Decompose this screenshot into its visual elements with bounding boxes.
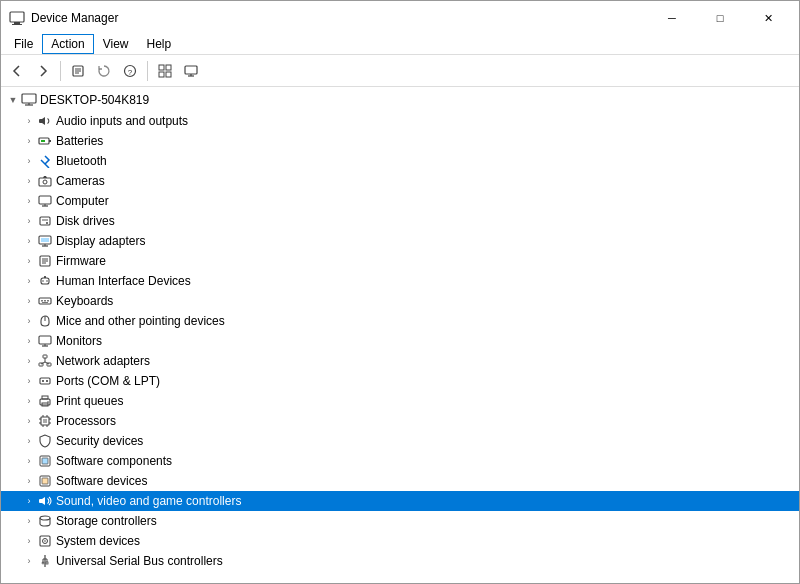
tree-item-softcomp[interactable]: › Software components xyxy=(1,451,799,471)
svg-rect-51 xyxy=(43,355,47,358)
tree-item-sound[interactable]: › Sound, video and game controllers xyxy=(1,491,799,511)
svg-point-63 xyxy=(47,401,49,403)
svg-point-78 xyxy=(40,516,50,520)
display-label: Display adapters xyxy=(56,234,145,248)
svg-rect-44 xyxy=(44,300,46,302)
expand-system[interactable]: › xyxy=(21,533,37,549)
expand-processors[interactable]: › xyxy=(21,413,37,429)
tree-item-usb[interactable]: › Universal Serial Bus controllers xyxy=(1,551,799,571)
audio-label: Audio inputs and outputs xyxy=(56,114,188,128)
tree-item-audio[interactable]: › Audio inputs and outputs xyxy=(1,111,799,131)
refresh-button[interactable] xyxy=(92,59,116,83)
ports-label: Ports (COM & LPT) xyxy=(56,374,160,388)
expand-display[interactable]: › xyxy=(21,233,37,249)
device-manager-window: Device Manager ─ □ ✕ File Action View He… xyxy=(0,0,800,584)
expand-security[interactable]: › xyxy=(21,433,37,449)
tree-item-monitors[interactable]: › Monitors xyxy=(1,331,799,351)
tree-item-mice[interactable]: › Mice and other pointing devices xyxy=(1,311,799,331)
menu-file[interactable]: File xyxy=(5,34,42,54)
svg-rect-9 xyxy=(159,65,164,70)
tree-item-storage[interactable]: › Storage controllers xyxy=(1,511,799,531)
tree-item-network[interactable]: › Network adapters xyxy=(1,351,799,371)
tree-item-softdev[interactable]: › Software devices xyxy=(1,471,799,491)
expand-network[interactable]: › xyxy=(21,353,37,369)
svg-rect-77 xyxy=(42,478,48,484)
expand-softdev[interactable]: › xyxy=(21,473,37,489)
expand-computer[interactable]: › xyxy=(21,193,37,209)
tree-item-hid[interactable]: › Human Interface Devices xyxy=(1,271,799,291)
tree-item-display[interactable]: › Display adapters xyxy=(1,231,799,251)
expand-disk[interactable]: › xyxy=(21,213,37,229)
tree-item-ports[interactable]: › Ports (COM & LPT) xyxy=(1,371,799,391)
menu-view[interactable]: View xyxy=(94,34,138,54)
batteries-label: Batteries xyxy=(56,134,103,148)
tree-item-system[interactable]: › System devices xyxy=(1,531,799,551)
expand-firmware[interactable]: › xyxy=(21,253,37,269)
svg-rect-43 xyxy=(41,300,43,302)
tree-item-security[interactable]: › Security devices xyxy=(1,431,799,451)
toolbar-sep-2 xyxy=(147,61,148,81)
device-tree[interactable]: ▼ DESKTOP-504K819 › Audio inputs and out… xyxy=(1,87,799,583)
system-icon xyxy=(37,533,53,549)
batteries-icon xyxy=(37,133,53,149)
svg-text:?: ? xyxy=(128,68,133,77)
expand-bluetooth[interactable]: › xyxy=(21,153,37,169)
root-item[interactable]: ▼ DESKTOP-504K819 xyxy=(1,89,799,111)
expand-cameras[interactable]: › xyxy=(21,173,37,189)
svg-rect-22 xyxy=(39,178,51,186)
expand-monitors[interactable]: › xyxy=(21,333,37,349)
expand-print[interactable]: › xyxy=(21,393,37,409)
minimize-button[interactable]: ─ xyxy=(649,7,695,29)
svg-rect-2 xyxy=(12,24,22,25)
tree-item-disk[interactable]: › Disk drives xyxy=(1,211,799,231)
tree-item-processors[interactable]: › Processors xyxy=(1,411,799,431)
tree-item-keyboards[interactable]: › Keyboards xyxy=(1,291,799,311)
svg-rect-10 xyxy=(166,65,171,70)
network-icon xyxy=(37,353,53,369)
help-button[interactable]: ? xyxy=(118,59,142,83)
svg-point-29 xyxy=(46,222,48,224)
forward-button[interactable] xyxy=(31,59,55,83)
svg-rect-48 xyxy=(39,336,51,344)
svg-point-39 xyxy=(42,280,44,282)
svg-rect-65 xyxy=(43,419,47,423)
monitors-icon xyxy=(37,333,53,349)
svg-rect-33 xyxy=(41,238,49,242)
mice-icon xyxy=(37,313,53,329)
softcomp-label: Software components xyxy=(56,454,172,468)
expand-ports[interactable]: › xyxy=(21,373,37,389)
expand-storage[interactable]: › xyxy=(21,513,37,529)
tree-item-firmware[interactable]: › Firmware xyxy=(1,251,799,271)
tree-item-print[interactable]: › Print queues xyxy=(1,391,799,411)
back-button[interactable] xyxy=(5,59,29,83)
expand-mice[interactable]: › xyxy=(21,313,37,329)
tree-item-bluetooth[interactable]: › Bluetooth xyxy=(1,151,799,171)
menu-help[interactable]: Help xyxy=(138,34,181,54)
maximize-button[interactable]: □ xyxy=(697,7,743,29)
monitors-label: Monitors xyxy=(56,334,102,348)
bluetooth-icon xyxy=(37,153,53,169)
svg-rect-13 xyxy=(185,66,197,74)
expand-hid[interactable]: › xyxy=(21,273,37,289)
tree-item-batteries[interactable]: › Batteries xyxy=(1,131,799,151)
softdev-icon xyxy=(37,473,53,489)
expand-keyboards[interactable]: › xyxy=(21,293,37,309)
view-grid-button[interactable] xyxy=(153,59,177,83)
expand-audio[interactable]: › xyxy=(21,113,37,129)
tree-item-cameras[interactable]: › Cameras xyxy=(1,171,799,191)
print-icon xyxy=(37,393,53,409)
tree-item-computer[interactable]: › Computer xyxy=(1,191,799,211)
expand-sound[interactable]: › xyxy=(21,493,37,509)
root-expand[interactable]: ▼ xyxy=(5,92,21,108)
close-button[interactable]: ✕ xyxy=(745,7,791,29)
network-label: Network adapters xyxy=(56,354,150,368)
app-icon xyxy=(9,10,25,26)
monitor-button[interactable] xyxy=(179,59,203,83)
svg-rect-85 xyxy=(46,562,48,564)
expand-softcomp[interactable]: › xyxy=(21,453,37,469)
expand-batteries[interactable]: › xyxy=(21,133,37,149)
menu-action[interactable]: Action xyxy=(42,34,93,54)
expand-usb[interactable]: › xyxy=(21,553,37,569)
properties-button[interactable] xyxy=(66,59,90,83)
security-icon xyxy=(37,433,53,449)
